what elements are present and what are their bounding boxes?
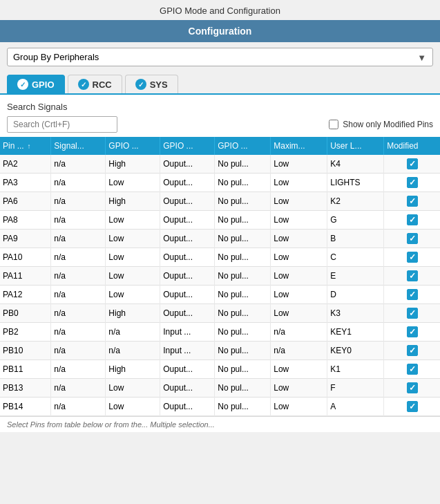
modified-checkbox[interactable]: ✓ (407, 382, 418, 393)
cell-modified[interactable]: ✓ (384, 360, 440, 379)
col-header-gpio1[interactable]: GPIO ... (106, 137, 160, 155)
modified-checkbox[interactable]: ✓ (407, 196, 418, 207)
cell-modified[interactable]: ✓ (384, 379, 440, 398)
table-row[interactable]: PB2n/an/aInput ...No pul...n/aKEY1✓ (0, 323, 440, 342)
cell-maxim: n/a (271, 342, 327, 360)
cell-modified[interactable]: ✓ (384, 323, 440, 342)
cell-gpio2: Ouput... (160, 304, 215, 323)
cell-gpio3: No pul... (215, 174, 271, 192)
cell-signal: n/a (51, 267, 106, 286)
table-row[interactable]: PA2n/aHighOuput...No pul...LowK4✓ (0, 155, 440, 174)
sys-check-icon: ✓ (135, 79, 146, 90)
show-modified-checkbox[interactable] (329, 120, 338, 129)
modified-checkbox[interactable]: ✓ (407, 326, 418, 337)
cell-modified[interactable]: ✓ (384, 248, 440, 267)
table-row[interactable]: PB13n/aLowOuput...No pul...LowF✓ (0, 379, 440, 398)
cell-gpio3: No pul... (215, 192, 271, 211)
modified-checkbox[interactable]: ✓ (407, 308, 418, 319)
tab-gpio[interactable]: ✓GPIO (7, 75, 65, 93)
cell-gpio1: n/a (106, 323, 160, 342)
cell-userl: G (327, 211, 384, 230)
table-row[interactable]: PA9n/aLowOuput...No pul...LowB✓ (0, 230, 440, 248)
cell-gpio1: Low (106, 398, 160, 416)
cell-gpio2: Ouput... (160, 379, 215, 398)
modified-checkbox[interactable]: ✓ (407, 345, 418, 356)
cell-pin: PA10 (0, 248, 51, 267)
cell-signal: n/a (51, 211, 106, 230)
modified-checkbox[interactable]: ✓ (407, 233, 418, 244)
cell-maxim: Low (271, 211, 327, 230)
table-row[interactable]: PB14n/aLowOuput...No pul...LowA✓ (0, 398, 440, 416)
cell-gpio1: High (106, 304, 160, 323)
gpio-check-icon: ✓ (17, 79, 28, 90)
cell-pin: PB13 (0, 379, 51, 398)
cell-modified[interactable]: ✓ (384, 230, 440, 248)
modified-checkbox[interactable]: ✓ (407, 289, 418, 300)
table-row[interactable]: PB10n/an/aInput ...No pul...n/aKEY0✓ (0, 342, 440, 360)
table-container: Pin ... ↑Signal...GPIO ...GPIO ...GPIO .… (0, 137, 440, 416)
cell-gpio1: Low (106, 379, 160, 398)
cell-modified[interactable]: ✓ (384, 174, 440, 192)
cell-pin: PA2 (0, 155, 51, 174)
cell-gpio2: Ouput... (160, 398, 215, 416)
cell-signal: n/a (51, 398, 106, 416)
search-input[interactable] (7, 116, 117, 133)
col-header-pin[interactable]: Pin ... ↑ (0, 137, 51, 155)
tab-rcc[interactable]: ✓RCC (68, 75, 122, 93)
cell-gpio1: Low (106, 211, 160, 230)
cell-modified[interactable]: ✓ (384, 155, 440, 174)
cell-modified[interactable]: ✓ (384, 267, 440, 286)
cell-modified[interactable]: ✓ (384, 342, 440, 360)
col-header-signal[interactable]: Signal... (51, 137, 106, 155)
col-header-gpio2[interactable]: GPIO ... (160, 137, 215, 155)
table-row[interactable]: PA3n/aLowOuput...No pul...LowLIGHTS✓ (0, 174, 440, 192)
cell-gpio2: Ouput... (160, 155, 215, 174)
col-header-modified[interactable]: Modified (384, 137, 440, 155)
cell-userl: KEY0 (327, 342, 384, 360)
table-row[interactable]: PA10n/aLowOuput...No pul...LowC✓ (0, 248, 440, 267)
col-header-userl[interactable]: User L... (327, 137, 384, 155)
cell-signal: n/a (51, 230, 106, 248)
cell-signal: n/a (51, 248, 106, 267)
cell-gpio1: Low (106, 286, 160, 304)
table-row[interactable]: PA8n/aLowOuput...No pul...LowG✓ (0, 211, 440, 230)
cell-pin: PB2 (0, 323, 51, 342)
table-row[interactable]: PB11n/aHighOuput...No pul...LowK1✓ (0, 360, 440, 379)
col-header-maxim[interactable]: Maxim... (271, 137, 327, 155)
show-modified-label: Show only Modified Pins (343, 120, 433, 129)
cell-gpio3: No pul... (215, 323, 271, 342)
cell-modified[interactable]: ✓ (384, 286, 440, 304)
modified-checkbox[interactable]: ✓ (407, 214, 418, 225)
cell-modified[interactable]: ✓ (384, 211, 440, 230)
cell-maxim: Low (271, 286, 327, 304)
cell-maxim: Low (271, 398, 327, 416)
cell-modified[interactable]: ✓ (384, 192, 440, 211)
cell-pin: PB0 (0, 304, 51, 323)
cell-signal: n/a (51, 379, 106, 398)
table-row[interactable]: PB0n/aHighOuput...No pul...LowK3✓ (0, 304, 440, 323)
cell-modified[interactable]: ✓ (384, 304, 440, 323)
modified-checkbox[interactable]: ✓ (407, 270, 418, 281)
cell-userl: B (327, 230, 384, 248)
cell-maxim: Low (271, 304, 327, 323)
cell-userl: KEY1 (327, 323, 384, 342)
tab-sys[interactable]: ✓SYS (125, 75, 178, 93)
cell-modified[interactable]: ✓ (384, 398, 440, 416)
tabs-row: ✓GPIO✓RCC✓SYS (0, 72, 440, 95)
cell-gpio2: Ouput... (160, 286, 215, 304)
modified-checkbox[interactable]: ✓ (407, 401, 418, 412)
cell-userl: A (327, 398, 384, 416)
col-header-gpio3[interactable]: GPIO ... (215, 137, 271, 155)
modified-checkbox[interactable]: ✓ (407, 158, 418, 169)
table-row[interactable]: PA6n/aHighOuput...No pul...LowK2✓ (0, 192, 440, 211)
group-select[interactable]: Group By PeripheralsGroup By Name (7, 48, 433, 66)
cell-maxim: Low (271, 267, 327, 286)
modified-checkbox[interactable]: ✓ (407, 252, 418, 263)
table-row[interactable]: PA12n/aLowOuput...No pul...LowD✓ (0, 286, 440, 304)
cell-gpio3: No pul... (215, 379, 271, 398)
cell-userl: E (327, 267, 384, 286)
modified-checkbox[interactable]: ✓ (407, 364, 418, 375)
modified-checkbox[interactable]: ✓ (407, 177, 418, 188)
table-row[interactable]: PA11n/aLowOuput...No pul...LowE✓ (0, 267, 440, 286)
cell-userl: K2 (327, 192, 384, 211)
